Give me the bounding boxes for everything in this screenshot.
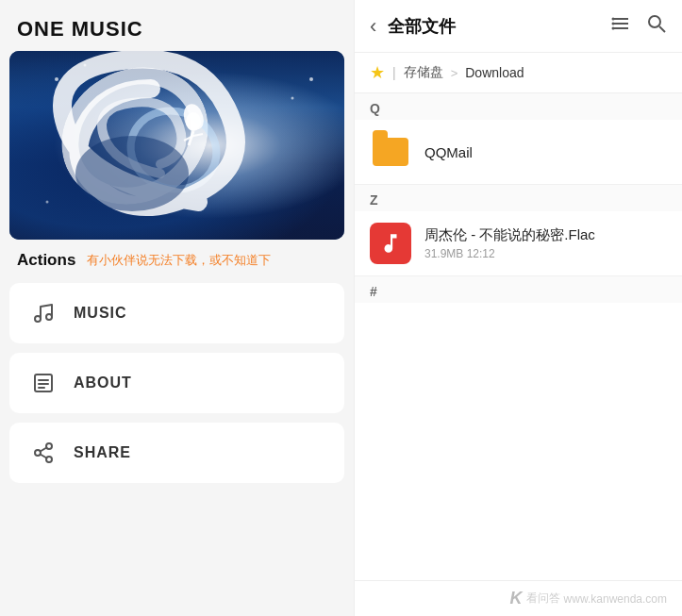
star-icon[interactable]: ★ <box>370 62 385 83</box>
svg-point-7 <box>291 97 294 100</box>
breadcrumb: ★ | 存储盘 > Download <box>355 53 682 93</box>
section-q: Q <box>355 93 682 120</box>
svg-line-19 <box>41 455 47 458</box>
right-header: ‹ 全部文件 <box>355 0 682 53</box>
file-info: 周杰伦 - 不能说的秘密.Flac 31.9MB 12:12 <box>424 226 667 260</box>
svg-point-5 <box>55 77 58 81</box>
menu-item-music[interactable]: MUSIC <box>9 283 344 343</box>
music-note-icon <box>30 300 57 326</box>
folder-icon <box>370 131 411 173</box>
document-icon <box>30 370 57 396</box>
svg-point-4 <box>75 136 189 211</box>
header-icons <box>610 13 667 39</box>
actions-label: Actions <box>17 251 75 270</box>
svg-point-8 <box>309 77 313 81</box>
back-button[interactable]: ‹ <box>370 14 376 39</box>
svg-line-28 <box>659 26 665 32</box>
actions-row: Actions 有小伙伴说无法下载，或不知道下 <box>0 240 354 275</box>
svg-point-6 <box>84 64 87 67</box>
file-list: Q QQMail Z 周杰伦 - 不能说的秘密.Flac 31.9MB 12:1… <box>355 93 682 580</box>
svg-point-11 <box>46 314 52 320</box>
svg-point-0 <box>186 112 201 131</box>
breadcrumb-separator-1: | <box>392 65 396 80</box>
file-info: QQMail <box>424 144 667 160</box>
svg-point-26 <box>612 27 615 30</box>
file-meta: 31.9MB 12:12 <box>424 247 667 260</box>
svg-line-3 <box>193 134 203 136</box>
search-icon[interactable] <box>646 13 667 39</box>
svg-point-10 <box>35 316 41 322</box>
swirl-svg <box>9 51 344 240</box>
album-art <box>9 51 344 240</box>
watermark-url: www.kanwenda.com <box>564 592 667 606</box>
menu-items: MUSIC ABOUT <box>0 275 354 491</box>
svg-point-27 <box>649 16 660 27</box>
list-item[interactable]: 周杰伦 - 不能说的秘密.Flac 31.9MB 12:12 <box>355 211 682 276</box>
left-panel: ONE MUSIC <box>0 0 354 616</box>
file-name: QQMail <box>424 144 667 160</box>
menu-item-share[interactable]: SHARE <box>9 423 344 483</box>
header-title: 全部文件 <box>388 15 599 38</box>
about-label: ABOUT <box>74 375 132 391</box>
breadcrumb-storage[interactable]: 存储盘 <box>404 64 443 81</box>
breadcrumb-current: Download <box>465 65 524 80</box>
app-title: ONE MUSIC <box>0 0 354 51</box>
album-art-image <box>9 51 344 240</box>
right-panel: ‹ 全部文件 ★ | 存储盘 <box>354 0 682 616</box>
music-label: MUSIC <box>74 305 127 322</box>
share-icon <box>30 440 57 466</box>
section-z: Z <box>355 185 682 211</box>
list-icon[interactable] <box>610 13 631 39</box>
menu-item-about[interactable]: ABOUT <box>9 353 344 413</box>
list-item[interactable]: QQMail <box>355 120 682 185</box>
breadcrumb-arrow: > <box>451 66 458 80</box>
music-file-icon <box>370 223 411 264</box>
svg-line-20 <box>41 448 47 452</box>
watermark-content: K 看问答 www.kanwenda.com <box>510 589 667 608</box>
svg-point-9 <box>46 201 49 204</box>
svg-point-24 <box>612 18 615 21</box>
section-hash: # <box>355 276 682 303</box>
file-name: 周杰伦 - 不能说的秘密.Flac <box>424 226 667 244</box>
watermark: K 看问答 www.kanwenda.com <box>355 580 682 616</box>
svg-point-25 <box>612 23 615 25</box>
share-label: SHARE <box>74 444 131 461</box>
watermark-label: 看问答 <box>526 591 560 607</box>
actions-subtitle: 有小伙伴说无法下载，或不知道下 <box>87 252 271 269</box>
watermark-logo: K <box>510 589 523 608</box>
